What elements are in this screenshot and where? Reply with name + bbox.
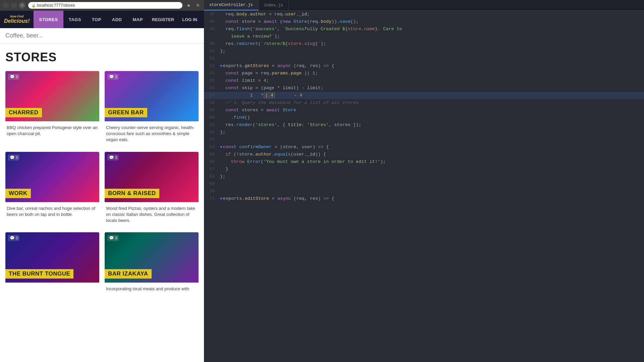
line-content: }; xyxy=(220,48,644,55)
store-card[interactable]: 💬 3 BORN & RAISED Wood fired Pizzas, oys… xyxy=(105,152,199,227)
code-line: 67 } xyxy=(204,166,644,173)
line-content: // 1. Query the database for a list of a… xyxy=(220,99,644,107)
line-content: if (!store.author.equals(user._id)) { xyxy=(220,151,644,158)
comment-count: 3 xyxy=(16,236,18,240)
code-area[interactable]: 47 req.body.author = req.user._id;48 con… xyxy=(204,11,644,362)
line-number: 67 xyxy=(204,166,220,173)
comment-count: 3 xyxy=(115,75,117,79)
line-content: ▼const confirmOwner = (store, user) => { xyxy=(220,143,644,151)
line-number: 48 xyxy=(204,18,220,25)
comment-badge: 💬 3 xyxy=(8,235,19,241)
nav-right: REGISTER LOG IN xyxy=(149,16,204,23)
code-line: 60 .find() xyxy=(204,114,644,121)
line-number: 54 xyxy=(204,70,220,77)
comment-count: 3 xyxy=(16,156,18,160)
line-number: 50 xyxy=(204,40,220,48)
search-bar[interactable] xyxy=(0,28,204,44)
nav-top[interactable]: TOP xyxy=(87,11,107,28)
store-desc: Cheery counter-serve serving organic, he… xyxy=(105,121,199,146)
code-line: 49 req.flash('success', `Successfully Cr… xyxy=(204,25,644,33)
forward-button[interactable]: → xyxy=(11,2,17,9)
logo-text: Now Find Delicious! xyxy=(4,15,30,24)
line-number: 62 xyxy=(204,129,220,136)
tab-index[interactable]: index.js xyxy=(259,0,289,10)
line-number: 64 xyxy=(204,143,220,151)
nav-tags[interactable]: TAGS xyxy=(63,11,87,28)
comment-badge: 💬 3 xyxy=(107,155,119,161)
code-line: 61 res.render('stores', { title: 'Stores… xyxy=(204,121,644,129)
code-line: 52 xyxy=(204,55,644,62)
line-number: 49 xyxy=(204,25,220,33)
store-image: 💬 3 CHARRED xyxy=(5,71,99,121)
bookmark-button[interactable]: ★ xyxy=(185,2,192,9)
line-content: }; xyxy=(220,129,644,136)
store-card[interactable]: 💬 3 WORK Dive bar, unreal nachos and hug… xyxy=(5,152,99,227)
code-line: 69 xyxy=(204,180,644,188)
code-line: leave a review?`); xyxy=(204,33,644,40)
store-image: 💬 3 WORK xyxy=(5,152,99,202)
line-number: 69 xyxy=(204,180,220,188)
store-card[interactable]: 💬 3 GREEN BAR Cheery counter-serve servi… xyxy=(105,71,199,146)
store-name: CHARRED xyxy=(5,108,42,117)
store-card[interactable]: 💬 3 BAR IZAKAYA Incorporating local meat… xyxy=(105,232,199,295)
line-content: req.flash('success', `Successfully Creat… xyxy=(220,25,644,33)
nav-buttons: ← → ⟳ xyxy=(3,2,25,9)
code-line: 56 const skip = (page * limit) - limit; xyxy=(204,84,644,92)
nav-map[interactable]: MAP xyxy=(127,11,148,28)
login-button[interactable]: LOG IN xyxy=(179,16,200,23)
line-number: 58 xyxy=(204,99,220,107)
store-grid: 💬 3 CHARRED BBQ chicken prepared Portuge… xyxy=(5,71,199,295)
page-content: STORES 💬 3 CHARRED BBQ chicken prepared … xyxy=(0,44,204,362)
line-content: req.body.author = req.user._id; xyxy=(220,11,644,18)
comment-badge: 💬 3 xyxy=(8,74,19,80)
store-card[interactable]: 💬 3 THE BURNT TONGUE xyxy=(5,232,99,295)
line-number: 68 xyxy=(204,173,220,180)
line-content: 1 *| 4 - 4 xyxy=(220,92,644,99)
editor-tabs: storeController.js index.js xyxy=(204,0,644,11)
line-content: res.render('stores', { title: 'Stores', … xyxy=(220,121,644,129)
nav-stores[interactable]: STORES xyxy=(34,11,63,28)
code-line: 65 if (!store.author.equals(user._id)) { xyxy=(204,151,644,158)
back-button[interactable]: ← xyxy=(3,2,9,9)
code-line: 50 res.redirect(`/store/${store.slug}`); xyxy=(204,40,644,48)
store-name: THE BURNT TONGUE xyxy=(5,269,73,279)
comment-badge: 💬 3 xyxy=(107,74,119,80)
comment-icon: 💬 xyxy=(109,236,114,240)
store-card[interactable]: 💬 3 CHARRED BBQ chicken prepared Portuge… xyxy=(5,71,99,146)
line-content: const limit = 4; xyxy=(220,77,644,84)
line-number: 56 xyxy=(204,84,220,92)
nav-links: STORES TAGS TOP ADD MAP xyxy=(34,11,148,28)
comment-icon: 💬 xyxy=(10,155,15,160)
browser-chrome: ← → ⟳ 🔒 localhost:7777/stores ★ ✕ xyxy=(0,0,204,11)
line-number: 57 xyxy=(204,92,220,99)
line-content: } xyxy=(220,166,644,173)
code-line: 64▼const confirmOwner = (store, user) =>… xyxy=(204,143,644,151)
line-number: 59 xyxy=(204,107,220,114)
tab-storecontroller[interactable]: storeController.js xyxy=(204,0,259,10)
reload-button[interactable]: ⟳ xyxy=(19,2,25,9)
close-button[interactable]: ✕ xyxy=(195,2,201,9)
store-desc: Incorporating local meats and produce wi… xyxy=(105,283,199,295)
app-navbar: Now Find Delicious! STORES TAGS TOP ADD … xyxy=(0,11,204,28)
register-button[interactable]: REGISTER xyxy=(149,16,177,23)
store-image: 💬 3 BORN & RAISED xyxy=(105,152,199,202)
line-number: 70 xyxy=(204,188,220,195)
line-content: }; xyxy=(220,173,644,180)
line-number: 47 xyxy=(204,11,220,18)
code-line: 47 req.body.author = req.user._id; xyxy=(204,11,644,18)
code-line: 58 // 1. Query the database for a list o… xyxy=(204,99,644,107)
line-content: .find() xyxy=(220,114,644,121)
comment-icon: 💬 xyxy=(10,74,15,79)
search-input[interactable] xyxy=(5,32,199,39)
store-image: 💬 3 BAR IZAKAYA xyxy=(105,232,199,283)
code-line: 68}; xyxy=(204,173,644,180)
code-line: 71▼exports.editStore = async (req, res) … xyxy=(204,195,644,202)
store-image: 💬 3 GREEN BAR xyxy=(105,71,199,121)
page-title: STORES xyxy=(5,50,199,64)
nav-add[interactable]: ADD xyxy=(107,11,127,28)
address-bar[interactable]: 🔒 localhost:7777/stores xyxy=(28,2,182,9)
line-content: const stores = await Store xyxy=(220,107,644,114)
line-number: 63 xyxy=(204,136,220,143)
app-logo: Now Find Delicious! xyxy=(0,13,34,26)
comment-badge: 💬 3 xyxy=(107,235,119,241)
